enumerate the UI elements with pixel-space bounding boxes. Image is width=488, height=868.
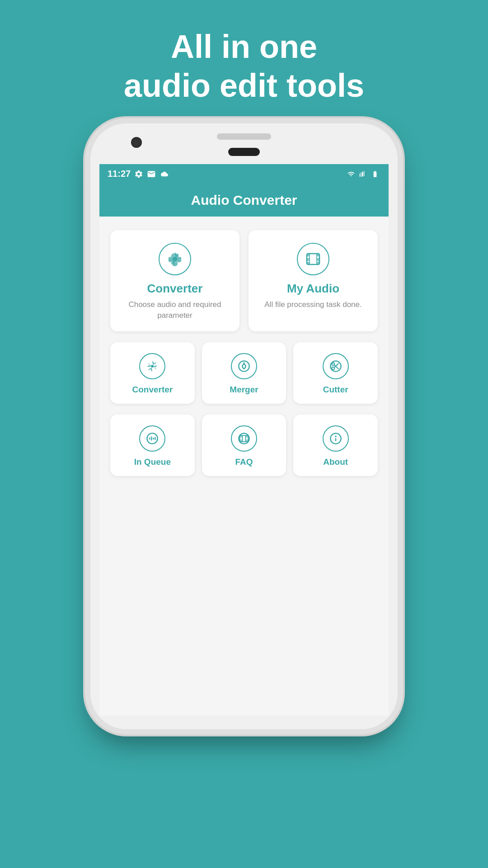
cutter-icon [323, 353, 349, 379]
status-left: 11:27 [108, 169, 169, 179]
svg-point-22 [239, 434, 249, 444]
cutter-title: Cutter [323, 385, 348, 395]
converter-large-title: Converter [147, 282, 203, 296]
faq-card[interactable]: FAQ [202, 415, 286, 476]
bottom-row-1: Converter Merger [110, 342, 378, 404]
phone-screen: 11:27 [99, 164, 389, 716]
svg-rect-32 [335, 438, 336, 441]
my-audio-large-title: My Audio [287, 282, 339, 296]
content-area: Converter Choose audio and required para… [99, 217, 389, 716]
faq-title: FAQ [235, 457, 253, 467]
about-card[interactable]: About [293, 415, 378, 476]
converter-small-card[interactable]: Converter [110, 342, 195, 404]
my-audio-large-subtitle: All file processing task done. [264, 299, 361, 310]
wifi-icon [346, 170, 356, 178]
converter-small-title: Converter [132, 385, 173, 395]
top-cards-row: Converter Choose audio and required para… [110, 230, 378, 332]
battery-icon [370, 170, 380, 178]
headline-line2: audio edit tools [124, 67, 364, 104]
svg-rect-6 [317, 258, 319, 261]
in-queue-icon [139, 425, 165, 452]
phone-top-area [90, 123, 398, 164]
app-bar-title: Audio Converter [191, 193, 297, 208]
svg-point-17 [147, 434, 158, 444]
gmail-status-icon [147, 170, 156, 179]
phone-mockup: 11:27 [90, 123, 398, 729]
headline-line1: All in one [171, 28, 317, 65]
svg-rect-2 [307, 254, 310, 256]
svg-rect-18 [149, 438, 150, 440]
cloud-status-icon [160, 170, 169, 178]
svg-rect-7 [317, 262, 319, 264]
my-audio-large-card[interactable]: My Audio All file processing task done. [249, 230, 378, 332]
merger-title: Merger [230, 385, 258, 395]
status-bar: 11:27 [99, 164, 389, 184]
svg-rect-21 [155, 437, 156, 440]
svg-point-31 [335, 436, 337, 438]
bottom-row-2: In Queue [110, 415, 378, 476]
svg-rect-3 [307, 258, 310, 261]
about-icon [323, 425, 349, 452]
cutter-card[interactable]: Cutter [293, 342, 378, 404]
speaker-grille [217, 133, 271, 140]
status-time: 11:27 [108, 169, 131, 179]
earpiece [228, 148, 260, 156]
svg-rect-5 [317, 254, 319, 256]
page-headline: All in one audio edit tools [124, 0, 364, 105]
app-bar: Audio Converter [99, 184, 389, 217]
converter-small-icon [139, 353, 165, 379]
merger-card[interactable]: Merger [202, 342, 286, 404]
camera-icon [131, 137, 142, 148]
faq-icon [231, 425, 257, 452]
converter-large-icon [159, 243, 191, 275]
svg-point-10 [151, 365, 154, 368]
status-right [346, 170, 380, 178]
svg-rect-4 [307, 262, 310, 264]
signal-icon [359, 170, 367, 178]
converter-large-subtitle: Choose audio and required parameter [117, 299, 232, 321]
in-queue-title: In Queue [134, 457, 171, 467]
settings-status-icon [134, 170, 143, 179]
svg-rect-20 [153, 438, 154, 440]
about-title: About [323, 457, 348, 467]
in-queue-card[interactable]: In Queue [110, 415, 195, 476]
my-audio-large-icon [297, 243, 329, 275]
svg-rect-19 [151, 437, 152, 441]
merger-icon [231, 353, 257, 379]
converter-large-card[interactable]: Converter Choose audio and required para… [110, 230, 239, 332]
